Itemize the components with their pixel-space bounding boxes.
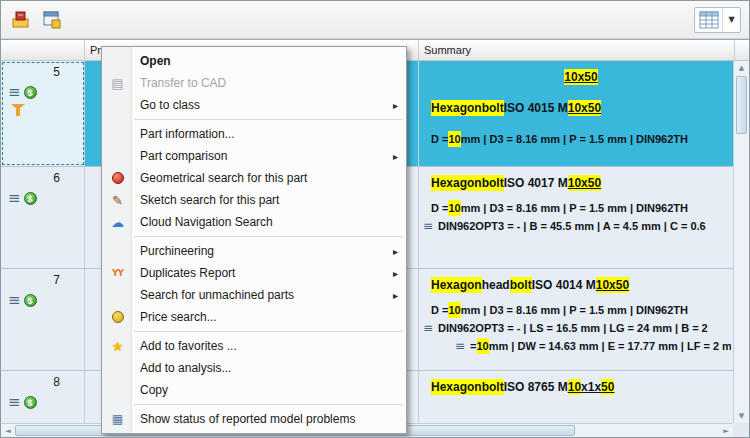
cloud-search-icon: ☁ (111, 216, 124, 229)
list-icon: ≡ (455, 338, 465, 354)
vertical-scroll-track[interactable] (734, 135, 749, 409)
summary-text: ISO 4017 M (504, 175, 568, 191)
summary-cell[interactable]: Hexagon bolt ISO 4017 M10x50D = 10 mm | … (419, 167, 733, 268)
menu-item-label: Part comparison (132, 149, 227, 163)
row-number-cell[interactable]: 5≡$ (1, 61, 85, 166)
row-icons: ≡$ (8, 294, 84, 307)
summary-text: 10x50 (568, 100, 601, 116)
summary-text: Hexagon (431, 277, 482, 293)
grid-view-icon (699, 11, 719, 29)
geometrical-search-icon (112, 172, 124, 184)
menu-item[interactable]: Copy (103, 379, 405, 401)
menu-item[interactable]: ☁Cloud Navigation Search (103, 211, 405, 233)
submenu-arrow-icon: ▸ (393, 268, 405, 279)
menu-item[interactable]: Go to class▸ (103, 94, 405, 116)
summary-text: bolt (510, 277, 532, 293)
summary-text: 10x50 (568, 175, 601, 191)
summary-cell[interactable]: 10x50Hexagon bolt ISO 4015 M10x50D = 10 … (419, 61, 733, 166)
menu-item[interactable]: Part comparison▸ (103, 145, 405, 167)
horizontal-scroll-track[interactable] (575, 424, 719, 437)
vertical-scrollbar[interactable]: ▲ ▼ (733, 61, 749, 423)
summary-text: ISO 4014 M (532, 277, 596, 293)
menu-item[interactable]: ▦Show status of reported model problems (103, 408, 405, 430)
menu-item[interactable]: Part information... (103, 123, 405, 145)
view-selector: ▼ (694, 7, 741, 33)
transfer-cad-icon-slot: ▤ (103, 77, 132, 90)
summary-line: 10x50 (431, 69, 731, 85)
menu-item-label: Open (132, 54, 171, 68)
dollar-icon: $ (24, 86, 37, 99)
view-dropdown-button[interactable]: ▼ (723, 8, 740, 32)
menu-item-label: Add to analysis... (132, 361, 231, 375)
summary-cell[interactable]: Hexagon head bolt ISO 4014 M10x50D = 10 … (419, 269, 733, 370)
menu-item[interactable]: ▤Transfer to CAD (103, 72, 405, 94)
header-summary-column[interactable]: Summary (419, 40, 735, 60)
chevron-down-icon: ▼ (728, 15, 734, 24)
row-icons: ≡$ (8, 86, 84, 99)
scroll-left-icon[interactable]: ◄ (1, 424, 15, 437)
menu-item[interactable]: ★Add to favorites ... (103, 335, 405, 357)
row-icons: ≡$ (8, 396, 84, 409)
scroll-down-icon[interactable]: ▼ (734, 409, 749, 423)
menu-item-label: Purchineering (132, 244, 214, 258)
summary-text: Hexagon (431, 379, 482, 395)
summary-line: D = 10 mm | D3 = 8.16 mm | P = 1.5 mm | … (431, 200, 731, 216)
menu-item-label: Transfer to CAD (132, 76, 226, 90)
summary-cell[interactable]: Hexagon bolt ISO 8765 M10x1x50 (419, 371, 733, 423)
report-button[interactable] (9, 7, 35, 33)
scroll-right-icon[interactable]: ► (719, 424, 733, 437)
dollar-icon: $ (24, 396, 37, 409)
menu-item[interactable]: Add to analysis... (103, 357, 405, 379)
grid-view-button[interactable] (695, 8, 723, 32)
header-corner (735, 40, 750, 60)
header-number-column[interactable] (1, 40, 85, 60)
submenu-arrow-icon: ▸ (393, 151, 405, 162)
vertical-scroll-thumb[interactable] (736, 76, 747, 134)
summary-text: x1x (581, 379, 601, 395)
scrollbar-corner (733, 423, 749, 437)
summary-text: D = (431, 200, 448, 216)
menu-item[interactable]: ✎Sketch search for this part (103, 189, 405, 211)
row-number-cell[interactable]: 6≡$ (1, 167, 85, 268)
menu-item-label: Cloud Navigation Search (132, 215, 273, 229)
menu-item-label: Search for unmachined parts (132, 288, 294, 302)
menu-item[interactable]: Geometrical search for this part (103, 167, 405, 189)
favorites-star-icon-slot: ★ (103, 340, 132, 353)
menu-item[interactable]: YYDuplicates Report▸ (103, 262, 405, 284)
list-icon: ≡ (423, 218, 433, 234)
summary-text: mm | D3 = 8.16 mm | P = 1.5 mm | DIN962T… (461, 131, 688, 147)
list-icon: ≡ (8, 86, 21, 99)
menu-item-label: Go to class (132, 98, 200, 112)
summary-text: 10 (448, 302, 460, 318)
summary-line: Hexagon bolt ISO 4015 M10x50 (431, 100, 731, 116)
duplicates-report-icon-slot: YY (103, 269, 132, 278)
geometrical-search-icon-slot (103, 172, 132, 184)
summary-text: bolt (482, 100, 504, 116)
save-view-button[interactable] (39, 7, 65, 33)
transfer-cad-icon: ▤ (111, 77, 123, 90)
summary-text: Hexagon (431, 175, 482, 191)
summary-line: Hexagon bolt ISO 8765 M10x1x50 (431, 379, 731, 395)
sketch-search-icon: ✎ (112, 194, 123, 207)
duplicates-report-icon: YY (112, 269, 123, 278)
row-number: 6 (1, 167, 84, 185)
menu-item[interactable]: Open (103, 50, 405, 72)
menu-item-label: Show status of reported model problems (132, 412, 355, 426)
menu-item[interactable]: Search for unmachined parts▸ (103, 284, 405, 306)
row-number-cell[interactable]: 7≡$ (1, 269, 85, 370)
menu-item[interactable]: Price search... (103, 306, 405, 328)
menu-item[interactable]: Purchineering▸ (103, 240, 405, 262)
menu-item-label: Geometrical search for this part (132, 171, 307, 185)
scroll-up-icon[interactable]: ▲ (734, 61, 749, 75)
summary-text: bolt (482, 175, 504, 191)
submenu-arrow-icon: ▸ (393, 100, 405, 111)
summary-line: ≡= 10 mm | DW = 14.63 mm | E = 17.77 mm … (455, 338, 731, 354)
summary-text: mm | D3 = 8.16 mm | P = 1.5 mm | DIN962T… (461, 200, 688, 216)
menu-item-label: Part information... (132, 127, 235, 141)
row-number-cell[interactable]: 8≡$ (1, 371, 85, 423)
summary-text: head (482, 277, 510, 293)
row-number: 5 (1, 61, 84, 79)
summary-text: mm | D3 = 8.16 mm | P = 1.5 mm | DIN962T… (461, 302, 688, 318)
menu-item-label: Price search... (132, 310, 217, 324)
sketch-search-icon-slot: ✎ (103, 194, 132, 207)
